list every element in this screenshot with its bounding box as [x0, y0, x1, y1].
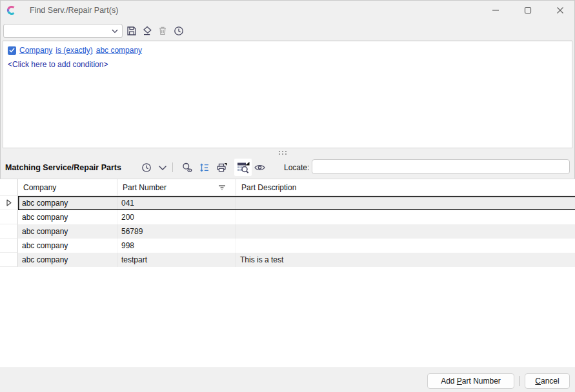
clock-icon [141, 162, 152, 173]
cell-company[interactable]: abc company [18, 196, 117, 210]
history-clock-icon [173, 25, 185, 37]
filter-condition-panel: Company is (exactly) abc company <Click … [3, 41, 572, 148]
preview-visibility-button[interactable] [252, 160, 267, 175]
find-preview-icon [181, 162, 193, 173]
table-row[interactable]: abc company 998 [0, 239, 575, 253]
close-icon [556, 6, 564, 14]
cell-part-number[interactable]: 998 [117, 239, 236, 253]
table-row[interactable]: abc company 200 [0, 210, 575, 224]
trash-icon [157, 25, 168, 37]
table-row[interactable]: abc company testpart This is a test [0, 253, 575, 267]
cell-part-description[interactable]: This is a test [236, 253, 575, 267]
sort-ascending-icon [217, 184, 227, 191]
row-selector-cell[interactable] [0, 253, 18, 267]
chevron-down-icon [158, 165, 167, 171]
row-selector-cell[interactable] [0, 210, 18, 224]
row-selector-header [0, 179, 18, 196]
cell-part-description[interactable] [236, 224, 575, 239]
window-title: Find Serv./Repair Part(s) [30, 0, 118, 21]
condition-field-link[interactable]: Company [19, 46, 52, 55]
cancel-button[interactable]: Cancel [525, 373, 570, 389]
cell-company[interactable]: abc company [18, 224, 117, 239]
title-bar: Find Serv./Repair Part(s) [0, 0, 575, 21]
grid-search-button[interactable] [234, 159, 252, 176]
delete-filter-button[interactable] [156, 24, 170, 38]
condition-value-link[interactable]: abc company [96, 46, 142, 55]
cell-company[interactable]: abc company [18, 253, 117, 267]
table-row[interactable]: abc company 56789 [0, 224, 575, 239]
column-header-company[interactable]: Company [18, 179, 117, 196]
row-selector-cell[interactable] [0, 196, 18, 210]
column-header-part-description[interactable]: Part Description [236, 179, 575, 196]
more-options-button[interactable] [155, 160, 170, 175]
save-filter-button[interactable] [125, 24, 139, 38]
splitter-grip[interactable] [279, 151, 290, 155]
cell-part-description[interactable] [236, 239, 575, 253]
row-selector-cell[interactable] [0, 239, 18, 253]
cell-part-description[interactable] [236, 210, 575, 224]
chevron-down-icon [112, 29, 118, 34]
cell-part-number[interactable]: testpart [117, 253, 236, 267]
print-icon [216, 162, 228, 173]
toolbar-separator [172, 162, 173, 172]
table-header-row: Company Part Number Part Description [0, 179, 575, 196]
maximize-icon [524, 6, 532, 14]
save-icon [126, 25, 137, 37]
cell-part-number[interactable]: 041 [117, 196, 236, 210]
cell-part-number[interactable]: 200 [117, 210, 236, 224]
print-button[interactable] [214, 160, 229, 175]
table-body: abc company 041 abc company 200 [0, 196, 575, 267]
maximize-button[interactable] [513, 0, 543, 21]
add-condition-link[interactable]: <Click here to add condition> [8, 60, 108, 69]
cell-company[interactable]: abc company [18, 210, 117, 224]
minimize-button[interactable] [481, 0, 510, 21]
sort-button[interactable] [197, 160, 212, 175]
history-button[interactable] [139, 160, 154, 175]
find-parts-dialog: Find Serv./Repair Part(s) [0, 0, 575, 392]
app-logo-icon [6, 5, 17, 15]
dialog-footer: Add Part Number Cancel [0, 368, 575, 392]
find-preview-button[interactable] [179, 160, 195, 175]
grid-search-icon [236, 161, 250, 174]
sort-icon [199, 162, 210, 173]
filter-preset-combobox[interactable] [3, 24, 123, 38]
condition-operator-link[interactable]: is (exactly) [55, 46, 92, 55]
minimize-icon [492, 6, 499, 14]
eraser-icon [141, 25, 153, 37]
table-row[interactable]: abc company 041 [0, 196, 575, 210]
table-empty-area [0, 267, 575, 368]
cell-part-number[interactable]: 56789 [117, 224, 236, 239]
row-selector-cell[interactable] [0, 224, 18, 239]
condition-checkbox[interactable] [8, 46, 16, 55]
locate-input[interactable] [312, 159, 570, 174]
column-header-part-number[interactable]: Part Number [117, 179, 236, 196]
cell-part-description[interactable] [236, 196, 575, 210]
locate-label: Locate: [284, 163, 309, 172]
row-indicator-icon [6, 199, 12, 206]
clear-filter-button[interactable] [140, 24, 154, 38]
button-separator [519, 376, 520, 386]
results-section-title: Matching Service/Repair Parts [5, 163, 121, 172]
close-button[interactable] [545, 0, 575, 21]
add-part-number-button[interactable]: Add Part Number [427, 373, 514, 389]
check-icon [9, 48, 15, 53]
cell-company[interactable]: abc company [18, 239, 117, 253]
recent-filters-button[interactable] [172, 24, 186, 38]
results-table: Company Part Number Part Description abc… [0, 179, 575, 368]
eye-icon [254, 163, 266, 172]
